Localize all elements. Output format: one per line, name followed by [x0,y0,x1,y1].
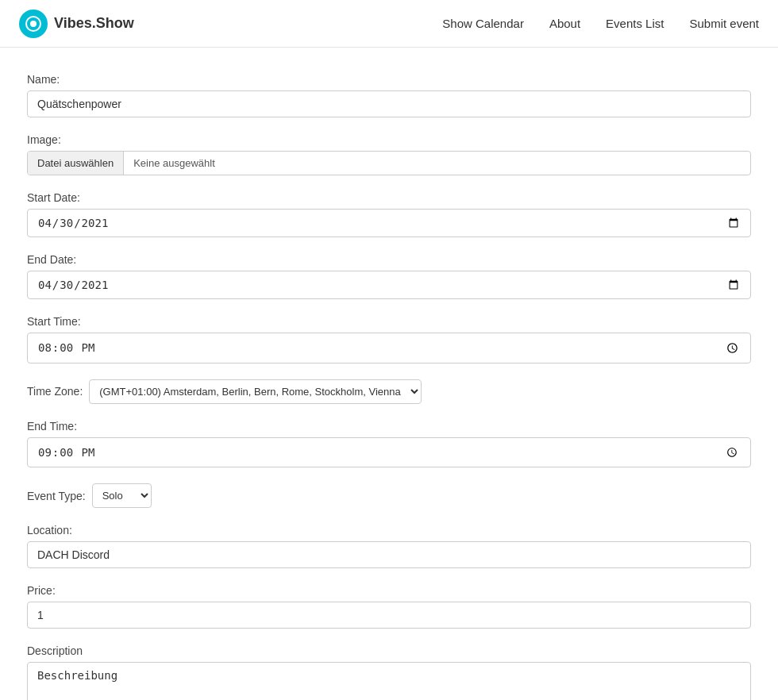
timezone-label: Time Zone: [27,385,83,398]
description-label: Description [27,644,751,657]
price-label: Price: [27,584,751,597]
location-input[interactable] [27,541,751,568]
name-input[interactable] [27,90,751,117]
start-date-label: Start Date: [27,191,751,204]
price-field-group: Price: [27,584,751,629]
site-logo[interactable]: Vibes.Show [19,10,134,38]
start-date-field-group: Start Date: [27,191,751,237]
name-field-group: Name: [27,73,751,117]
end-date-field-group: End Date: [27,253,751,299]
main-content: Name: Image: Datei auswählen Keine ausge… [8,48,770,700]
end-date-input[interactable] [27,271,751,299]
timezone-select[interactable]: (GMT+01:00) Amsterdam, Berlin, Bern, Rom… [89,379,422,404]
event-type-row: Event Type: SoloDuoGroupOther [27,483,751,508]
nav-submit-event[interactable]: Submit event [689,17,759,30]
image-field-group: Image: Datei auswählen Keine ausgewählt [27,133,751,175]
nav-events-list[interactable]: Events List [606,17,664,30]
nav-show-calendar[interactable]: Show Calendar [442,17,524,30]
end-date-label: End Date: [27,253,751,266]
price-input[interactable] [27,602,751,629]
nav-about[interactable]: About [549,17,580,30]
file-input-wrapper: Datei auswählen Keine ausgewählt [27,151,751,175]
end-time-label: End Time: [27,420,751,433]
event-type-label: Event Type: [27,490,86,502]
nav-links: Show Calendar About Events List Submit e… [442,17,759,30]
end-time-input[interactable] [27,437,751,468]
name-label: Name: [27,73,751,86]
location-field-group: Location: [27,524,751,568]
file-no-file-text: Keine ausgewählt [124,152,225,175]
image-label: Image: [27,133,751,146]
description-field-group: Description [27,644,751,700]
end-time-field-group: End Time: [27,420,751,468]
description-textarea[interactable] [27,662,751,700]
logo-icon [19,10,48,38]
timezone-row: Time Zone: (GMT+01:00) Amsterdam, Berlin… [27,379,751,404]
start-time-label: Start Time: [27,315,751,328]
start-time-field-group: Start Time: [27,315,751,363]
start-date-input[interactable] [27,209,751,237]
svg-point-1 [30,21,37,27]
site-title: Vibes.Show [54,15,134,32]
event-type-select[interactable]: SoloDuoGroupOther [92,483,152,508]
navbar: Vibes.Show Show Calendar About Events Li… [0,0,778,48]
start-time-input[interactable] [27,333,751,363]
location-label: Location: [27,524,751,537]
file-choose-button[interactable]: Datei auswählen [28,152,124,175]
